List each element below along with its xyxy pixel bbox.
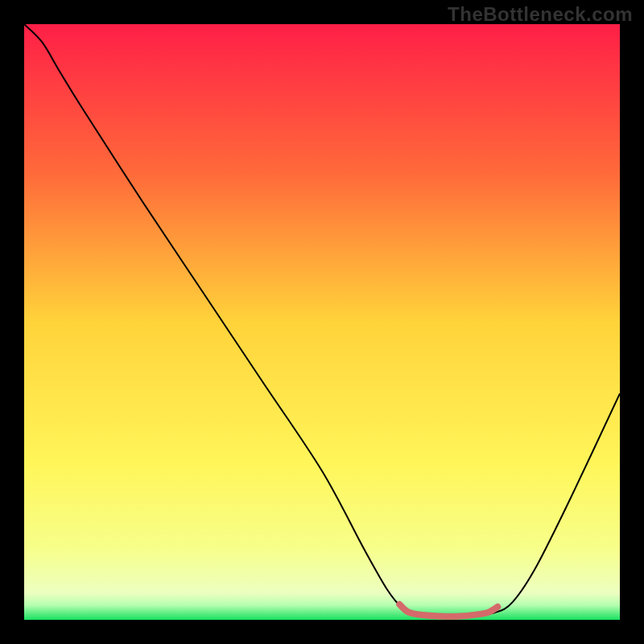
gradient-background (24, 24, 620, 620)
watermark-text: TheBottleneck.com (448, 3, 633, 26)
plot-area (24, 24, 620, 620)
chart-frame: TheBottleneck.com (0, 0, 644, 644)
chart-svg (24, 24, 620, 620)
